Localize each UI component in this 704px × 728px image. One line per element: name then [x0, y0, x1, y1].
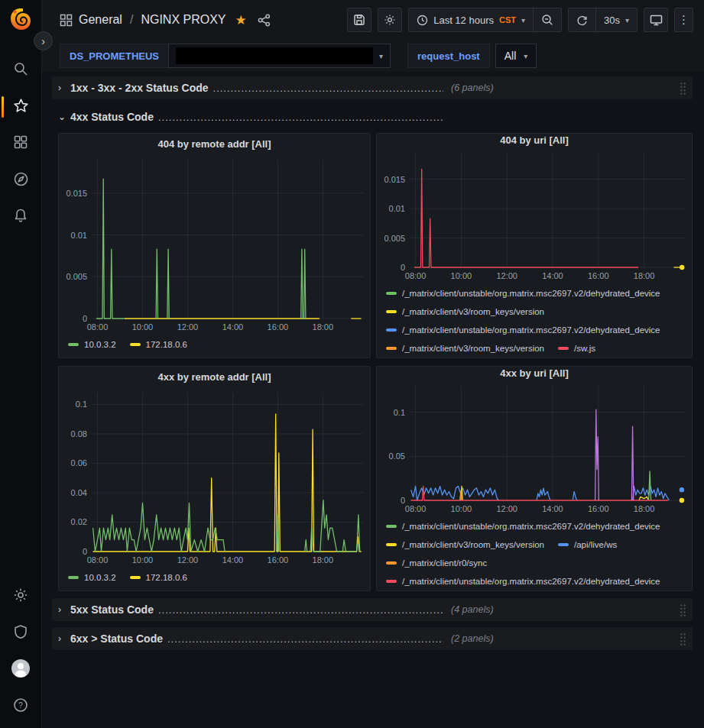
chart-404-by-uri[interactable]: 08:0010:0012:0014:0016:0018:0000.0050.01… — [377, 147, 692, 283]
server-admin-shield-icon — [13, 624, 28, 642]
variable-label-ds-prometheus: DS_PROMETHEUS — [60, 44, 168, 68]
x-axis-tick-label: 18:00 — [313, 555, 334, 565]
y-axis-tick-label: 0.1 — [76, 400, 87, 409]
chart-404-by-remote-addr[interactable]: 08:0010:0012:0014:0016:0018:0000.0050.01… — [59, 154, 370, 334]
zoom-out-icon — [541, 14, 553, 26]
share-icon[interactable] — [258, 14, 271, 27]
variable-value-ds-prometheus[interactable]: ▾ — [168, 44, 391, 68]
sidebar-item-profile[interactable] — [0, 652, 42, 688]
row-5xx-status-code[interactable]: › 5xx Status Code ......................… — [52, 598, 693, 621]
refresh-interval-label: 30s — [604, 15, 620, 26]
legend-label: /sw.js — [574, 339, 595, 358]
breadcrumb-folder[interactable]: General — [79, 13, 122, 27]
series-line — [649, 471, 651, 500]
legend-item[interactable]: /_matrix/client/unstable/org.matrix.msc2… — [386, 572, 660, 590]
x-axis-tick-label: 08:00 — [405, 504, 427, 513]
dashboard-settings-button[interactable] — [378, 8, 402, 32]
y-axis-tick-label: 0.1 — [394, 408, 405, 417]
zoom-out-time-button[interactable] — [533, 8, 561, 31]
refresh-interval-picker[interactable]: 30s ▾ — [595, 8, 637, 31]
row-drag-handle[interactable] — [680, 603, 686, 616]
x-axis-tick-label: 12:00 — [177, 322, 199, 332]
series-line — [93, 503, 225, 552]
row-leader-dots: ........................................… — [158, 604, 443, 616]
row-panel-count: (2 panels) — [451, 633, 494, 644]
chevron-right-icon: › — [58, 633, 70, 644]
settings-gear-icon — [384, 14, 396, 26]
y-axis-tick-label: 0.01 — [71, 231, 87, 240]
variable-value-request-host[interactable]: All ▾ — [495, 44, 537, 68]
chart-4xx-by-remote-addr[interactable]: 08:0010:0012:0014:0016:0018:0000.020.040… — [59, 387, 370, 567]
y-axis-tick-label: 0 — [401, 496, 405, 505]
panel-header[interactable]: 404 by remote addr [All] — [59, 134, 370, 154]
sidebar-item-starred[interactable] — [0, 89, 42, 125]
x-axis-tick-label: 10:00 — [132, 322, 154, 332]
kebab-menu-button[interactable]: ⋮ — [674, 8, 693, 32]
refresh-button[interactable] — [569, 8, 595, 31]
sidebar-item-server-admin[interactable] — [0, 615, 42, 652]
panel-title: 404 by remote addr [All] — [157, 138, 271, 150]
row-leader-dots: ........................................… — [167, 633, 443, 645]
row-leader-dots: ........................................… — [213, 83, 443, 94]
legend-swatch — [68, 576, 79, 579]
save-dashboard-button[interactable] — [347, 8, 371, 32]
sidebar-item-configuration[interactable] — [0, 578, 42, 615]
y-axis-tick-label: 0.01 — [389, 204, 405, 213]
legend-item[interactable]: /_matrix/client/r0/sync — [386, 554, 487, 572]
sidebar-item-help[interactable]: ? — [0, 688, 42, 725]
legend-item[interactable]: /_matrix/client/v3/room_keys/version — [386, 339, 544, 358]
legend-item[interactable]: /_matrix/client/unstable/org.matrix.msc2… — [386, 284, 660, 303]
grafana-logo[interactable] — [8, 6, 34, 32]
panel-header[interactable]: 4xx by uri [All] — [377, 367, 692, 380]
sidebar-item-dashboards[interactable] — [0, 125, 42, 162]
y-axis-tick-label: 0.05 — [389, 451, 405, 461]
breadcrumb: General / NGINX PROXY ★ — [60, 12, 271, 28]
legend-item[interactable]: /sw.js — [558, 339, 595, 358]
chart-canvas: 08:0010:0012:0014:0016:0018:0000.020.040… — [59, 387, 370, 567]
row-panel-count: (6 panels) — [451, 83, 494, 93]
y-axis-tick-label: 0.04 — [71, 488, 87, 497]
y-axis-tick-label: 0.015 — [66, 189, 87, 198]
legend-item[interactable]: /_matrix/client/v3/room_keys/version — [386, 303, 544, 321]
sidebar-item-search[interactable] — [0, 52, 42, 89]
legend-item[interactable]: /_matrix/client/unstable/org.matrix.msc2… — [386, 321, 660, 339]
redacted-value — [176, 47, 373, 64]
legend-swatch — [558, 543, 569, 546]
sidebar-bottom-group: ? — [0, 578, 42, 728]
time-range-label: Last 12 hours — [433, 15, 494, 26]
row-drag-handle[interactable] — [680, 633, 686, 645]
legend-item[interactable]: 10.0.3.2 — [68, 568, 116, 587]
time-range-picker[interactable]: Last 12 hours CST ▾ — [409, 8, 533, 31]
legend-item[interactable]: 172.18.0.6 — [130, 568, 187, 587]
series-line — [537, 488, 550, 500]
legend-item[interactable]: /api/live/ws — [558, 535, 617, 554]
row-title: 4xx Status Code — [70, 111, 154, 123]
sidebar: › — [0, 0, 42, 728]
cycle-view-mode-button[interactable] — [644, 8, 668, 32]
row-4xx-status-code[interactable]: ⌄ 4xx Status Code ......................… — [52, 105, 693, 128]
legend-item[interactable]: 172.18.0.6 — [130, 335, 187, 354]
favorite-star-icon[interactable]: ★ — [235, 12, 247, 28]
chart-legend: /_matrix/client/unstable/org.matrix.msc2… — [377, 516, 692, 590]
row-6xx-status-code[interactable]: › 6xx > Status Code ....................… — [52, 627, 693, 650]
legend-label: /_matrix/client/v3/room_keys/version — [402, 535, 544, 554]
panel-header[interactable]: 404 by uri [All] — [377, 134, 692, 147]
legend-item[interactable]: /_matrix/client/unstable/org.matrix.msc2… — [386, 517, 660, 535]
x-axis-tick-label: 08:00 — [87, 322, 109, 332]
refresh-group: 30s ▾ — [568, 8, 637, 32]
row-1xx-3xx-2xx-status-code[interactable]: › 1xx - 3xx - 2xx Status Code ..........… — [52, 76, 693, 99]
sidebar-item-alerting[interactable] — [0, 199, 42, 235]
x-axis-tick-label: 16:00 — [268, 555, 289, 565]
breadcrumb-separator: / — [130, 13, 133, 27]
dashboard-topbar: General / NGINX PROXY ★ — [42, 0, 704, 40]
row-title: 6xx > Status Code — [70, 633, 163, 645]
legend-item[interactable]: /_matrix/client/v3/room_keys/version — [386, 535, 544, 554]
legend-item[interactable]: 10.0.3.2 — [68, 335, 116, 354]
row-drag-handle[interactable] — [680, 82, 686, 95]
chevron-down-icon: ⌄ — [58, 112, 70, 122]
legend-swatch — [386, 561, 397, 565]
sidebar-expand-button[interactable]: › — [34, 31, 53, 50]
chart-4xx-by-uri[interactable]: 08:0010:0012:0014:0016:0018:0000.050.1 — [377, 380, 692, 516]
sidebar-item-explore[interactable] — [0, 162, 42, 199]
panel-header[interactable]: 4xx by remote addr [All] — [59, 367, 370, 387]
